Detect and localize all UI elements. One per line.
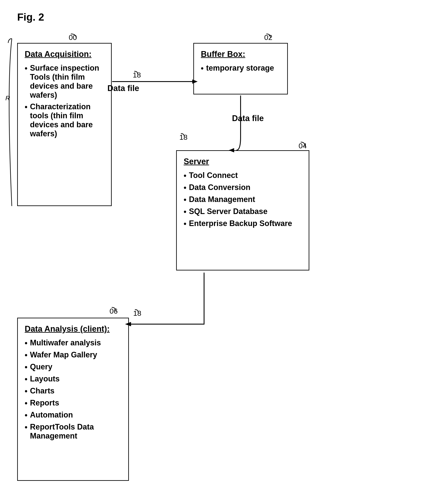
list-item-sql: SQL Server Database bbox=[184, 206, 302, 218]
list-item-data-conversion: Data Conversion bbox=[184, 181, 302, 194]
data-analysis-box: Data Analysis (client): Multiwafer analy… bbox=[17, 318, 129, 481]
bracket-r-label: R bbox=[5, 94, 10, 102]
buffer-box: Buffer Box: temporary storage bbox=[193, 43, 288, 94]
arrow-18-2: 18 bbox=[179, 133, 188, 142]
list-item-tool-connect: Tool Connect bbox=[184, 170, 302, 181]
list-item-layouts: Layouts bbox=[25, 373, 121, 385]
ref-04: 04 bbox=[299, 142, 307, 150]
buffer-box-list: temporary storage bbox=[201, 62, 280, 74]
list-item-wafer-map: Wafer Map Gallery bbox=[25, 349, 121, 361]
list-item-multiwafer: Multiwafer analysis bbox=[25, 337, 121, 349]
arrow-18-1: 18 bbox=[133, 71, 141, 79]
arrow-18-3: 18 bbox=[133, 309, 141, 318]
list-item-reporttools: ReportTools Data Management bbox=[25, 421, 121, 442]
list-item-query: Query bbox=[25, 361, 121, 373]
list-item-surface: Surface inspection Tools (thin film devi… bbox=[25, 62, 104, 101]
figure-label: Fig. 2 bbox=[17, 11, 44, 23]
data-analysis-title: Data Analysis (client): bbox=[25, 324, 121, 334]
data-acquisition-list: Surface inspection Tools (thin film devi… bbox=[25, 62, 104, 140]
ref-00: 00 bbox=[69, 33, 77, 42]
ref-02: 02 bbox=[264, 33, 272, 42]
data-file-label-1: Data file bbox=[107, 84, 139, 93]
data-acquisition-title: Data Acquisition: bbox=[25, 50, 104, 59]
server-box: Server Tool Connect Data Conversion Data… bbox=[176, 150, 309, 270]
list-item-automation: Automation bbox=[25, 409, 121, 421]
list-item-enterprise: Enterprise Backup Software bbox=[184, 218, 302, 230]
list-item-data-management: Data Management bbox=[184, 194, 302, 206]
server-title: Server bbox=[184, 157, 302, 166]
data-analysis-list: Multiwafer analysis Wafer Map Gallery Qu… bbox=[25, 337, 121, 442]
list-item-charts: Charts bbox=[25, 385, 121, 397]
list-item-storage: temporary storage bbox=[201, 62, 280, 74]
buffer-box-title: Buffer Box: bbox=[201, 50, 280, 59]
data-acquisition-box: Data Acquisition: Surface inspection Too… bbox=[17, 43, 112, 206]
list-item-reports: Reports bbox=[25, 397, 121, 409]
list-item-characterization: Characterization tools (thin film device… bbox=[25, 101, 104, 140]
data-file-label-2: Data file bbox=[232, 114, 264, 123]
server-list: Tool Connect Data Conversion Data Manage… bbox=[184, 170, 302, 230]
ref-06: 06 bbox=[110, 307, 118, 315]
